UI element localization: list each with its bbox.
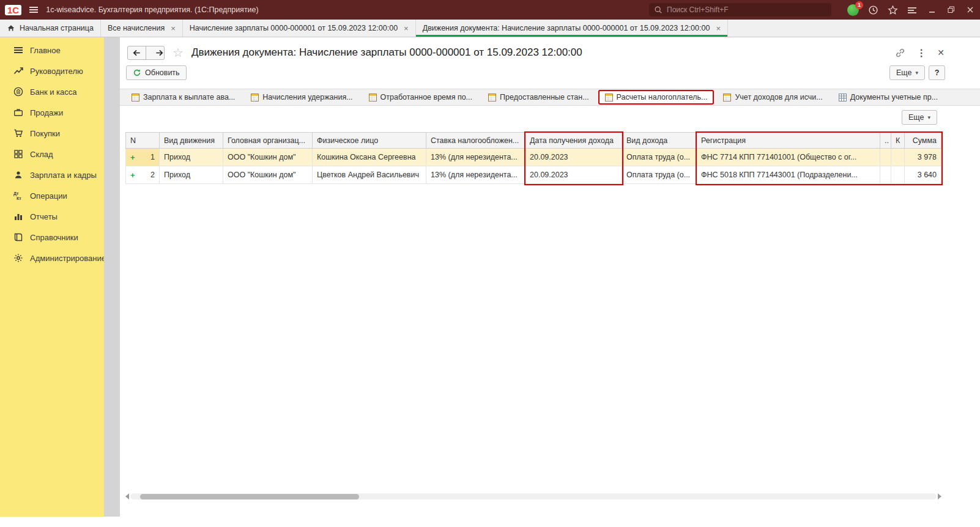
sidebar-item-label: Склад	[30, 150, 53, 159]
table-cell[interactable]: ООО "Кошкин дом"	[223, 166, 313, 183]
window-tab-label: Все начисления	[108, 24, 165, 32]
register-tab[interactable]: Предоставленные стан...	[483, 91, 595, 103]
column-header[interactable]: Вид дохода	[622, 133, 697, 148]
panel-header: ☆ Движения документа: Начисление зарплат…	[120, 37, 980, 63]
window-tab[interactable]: Движения документа: Начисление зарплаты …	[416, 20, 728, 37]
tab-close-icon[interactable]: ×	[171, 24, 176, 33]
register-tab[interactable]: Начисления удержания...	[245, 91, 358, 103]
column-header[interactable]: Головная организац...	[223, 133, 313, 148]
register-tab[interactable]: Отработанное время по...	[363, 91, 478, 103]
tab-home[interactable]: Начальная страница	[0, 20, 101, 37]
column-header[interactable]: Физическое лицо	[313, 133, 426, 148]
sidebar-item-trend[interactable]: Руководителю	[0, 61, 104, 81]
window-tab[interactable]: Все начисления×	[101, 20, 183, 37]
table-cell[interactable]: 13% (для нерезидента...	[426, 166, 525, 183]
table-cell[interactable]: +1	[125, 149, 160, 166]
column-header[interactable]: Сумма	[905, 133, 941, 148]
register-tab[interactable]: Документы учетные пр...	[833, 91, 943, 103]
support-icon[interactable]: 1	[847, 4, 859, 16]
table-cell[interactable]: 20.09.2023	[525, 166, 622, 183]
window-tab[interactable]: Начисление зарплаты 0000-000001 от 15.09…	[183, 20, 416, 37]
register-tab-label: Отработанное время по...	[380, 93, 472, 101]
minimize-button[interactable]	[929, 6, 936, 13]
column-header[interactable]: ..	[880, 133, 891, 148]
sidebar-item-dtkt[interactable]: ДтКтОперации	[0, 185, 104, 206]
table-cell[interactable]: ООО "Кошкин дом"	[223, 149, 313, 166]
navigation-buttons	[127, 46, 165, 60]
sidebar-item-report[interactable]: Отчеты	[0, 206, 104, 227]
table-cell[interactable]: Кошкина Оксана Сергеевна	[313, 149, 426, 166]
more-menu-icon[interactable]: ⋮	[916, 47, 926, 59]
tab-close-icon[interactable]: ×	[716, 24, 721, 33]
table-cell[interactable]: +2	[125, 166, 160, 183]
table-cell[interactable]	[880, 166, 891, 183]
history-icon[interactable]	[868, 5, 878, 15]
horizontal-scrollbar[interactable]	[125, 493, 941, 500]
table-more-button[interactable]: Еще ▾	[902, 110, 937, 125]
back-button[interactable]	[127, 46, 146, 60]
register-tab[interactable]: Учет доходов для исчи...	[718, 91, 828, 103]
expand-row-icon[interactable]: +	[130, 171, 135, 180]
global-search-input[interactable]: Поиск Ctrl+Shift+F	[649, 3, 831, 17]
table-cell[interactable]: Приход	[160, 166, 223, 183]
reg-icon	[488, 94, 496, 101]
main-menu-icon[interactable]	[29, 5, 39, 15]
scrollbar-thumb[interactable]	[140, 494, 359, 499]
sidebar-item-people[interactable]: Зарплата и кадры	[0, 164, 104, 185]
column-header[interactable]: Ставка налогообложен...	[426, 133, 525, 148]
table-cell[interactable]: 3 978	[905, 149, 941, 166]
table-cell[interactable]: Цветков Андрей Васильевич	[313, 166, 426, 183]
register-tab-label: Расчеты налогоплатель...	[617, 93, 708, 101]
sidebar-item-warehouse[interactable]: Склад	[0, 144, 104, 164]
table-cell[interactable]: Оплата труда (о...	[622, 149, 697, 166]
refresh-button[interactable]: Обновить	[126, 65, 187, 80]
help-button[interactable]: ?	[929, 65, 945, 80]
people-icon	[13, 170, 23, 180]
table-row[interactable]: +2ПриходООО "Кошкин дом"Цветков Андрей В…	[125, 166, 941, 184]
table-cell[interactable]: 13% (для нерезидента...	[426, 149, 525, 166]
sidebar-item-book[interactable]: Справочники	[0, 227, 104, 248]
document-movements-panel: ☆ Движения документа: Начисление зарплат…	[120, 37, 980, 527]
table-cell[interactable]	[891, 166, 905, 183]
dtkt-icon: ДтКт	[13, 191, 23, 201]
sidebar-item-cart[interactable]: Покупки	[0, 123, 104, 144]
reg-icon	[132, 94, 139, 101]
table-cell[interactable]: Оплата труда (о...	[622, 166, 697, 183]
column-header[interactable]: N	[125, 133, 160, 148]
close-button[interactable]	[967, 6, 974, 13]
scroll-right-icon[interactable]	[938, 493, 941, 499]
forward-button[interactable]	[146, 46, 165, 60]
link-icon[interactable]	[895, 48, 905, 58]
register-tab[interactable]: Расчеты налогоплатель...	[600, 91, 713, 103]
scrollbar-track[interactable]	[130, 493, 937, 499]
column-header[interactable]: К	[891, 133, 905, 148]
column-header[interactable]: Дата получения дохода	[525, 133, 622, 148]
table-cell[interactable]	[880, 149, 891, 166]
sidebar-item-gear[interactable]: Администрирование	[0, 248, 104, 268]
favorite-star-icon[interactable]: ☆	[173, 45, 184, 60]
close-form-icon[interactable]: ✕	[937, 48, 945, 57]
more-button[interactable]: Еще ▾	[889, 65, 925, 80]
sidebar-item-sales[interactable]: Продажи	[0, 102, 104, 123]
column-header[interactable]: Вид движения	[160, 133, 223, 148]
table-row[interactable]: +1ПриходООО "Кошкин дом"Кошкина Оксана С…	[125, 149, 941, 166]
scroll-left-icon[interactable]	[125, 493, 129, 499]
restore-button[interactable]	[948, 6, 955, 13]
table-cell[interactable]: 3 640	[905, 166, 941, 183]
sidebar-item-bank[interactable]: Банк и касса	[0, 81, 104, 102]
table-cell[interactable]: Приход	[160, 149, 223, 166]
table-cell[interactable]	[891, 149, 905, 166]
home-icon	[7, 24, 15, 32]
favorites-star-icon[interactable]	[888, 5, 898, 15]
table-cell[interactable]: ФНС 5018 КПП 771443001 (Подразделени...	[697, 166, 880, 183]
register-tab[interactable]: Зарплата к выплате ава...	[126, 91, 240, 103]
table-cell[interactable]: ФНС 7714 КПП 771401001 (Общество с ог...	[697, 149, 880, 166]
expand-row-icon[interactable]: +	[130, 153, 135, 162]
tools-menu-icon[interactable]	[907, 5, 917, 15]
table-cell[interactable]: 20.09.2023	[525, 149, 622, 166]
sales-icon	[13, 108, 23, 117]
tab-close-icon[interactable]: ×	[404, 24, 409, 33]
column-header[interactable]: Регистрация	[697, 133, 880, 148]
sidebar-item-sections[interactable]: Главное	[0, 40, 104, 61]
table-toolbar: Еще ▾	[120, 106, 980, 125]
